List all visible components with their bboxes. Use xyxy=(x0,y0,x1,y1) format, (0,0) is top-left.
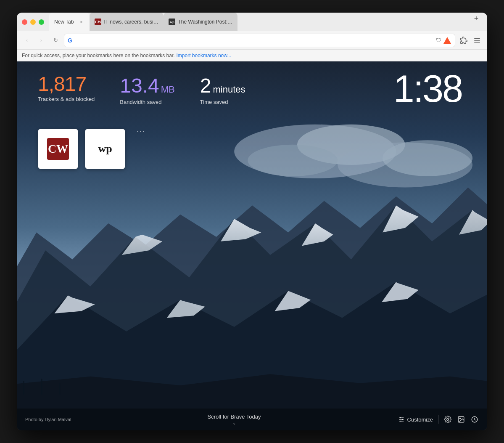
time-stat: 2 minutes Time saved xyxy=(200,74,245,105)
import-bookmarks-link[interactable]: Import bookmarks now... xyxy=(177,53,232,58)
tab-newtab[interactable]: New Tab × xyxy=(49,13,90,31)
customize-button[interactable]: Customize xyxy=(397,415,433,424)
address-bar[interactable]: G 🛡 xyxy=(64,34,455,47)
time-label: Time saved xyxy=(200,99,245,105)
shield-icon[interactable]: 🛡 xyxy=(436,37,441,43)
site-tile-wp[interactable]: wp xyxy=(85,129,125,169)
history-icon-btn[interactable] xyxy=(470,415,479,424)
traffic-lights xyxy=(22,19,44,25)
svg-point-34 xyxy=(459,418,460,419)
browser-window: New Tab × CW IT news, careers, business … xyxy=(17,13,487,430)
forward-button[interactable]: › xyxy=(35,34,47,46)
bandwidth-value-row: 13.4 MB xyxy=(120,74,174,97)
settings-icon-btn[interactable] xyxy=(443,415,452,424)
shield-area: 🛡 xyxy=(436,36,451,45)
photo-credit: Photo by Dylan Malval xyxy=(25,417,71,422)
scroll-chevron-icon: ⌄ xyxy=(232,421,236,425)
scroll-brave-today[interactable]: Scroll for Brave Today ⌄ xyxy=(208,414,261,425)
customize-label: Customize xyxy=(407,416,433,423)
svg-point-31 xyxy=(400,421,401,422)
time-value-row: 2 minutes xyxy=(200,74,245,97)
close-button[interactable] xyxy=(22,19,27,25)
trackers-label: Trackers & ads blocked xyxy=(38,96,95,102)
brave-triangle-icon xyxy=(443,37,451,44)
titlebar: New Tab × CW IT news, careers, business … xyxy=(17,13,487,31)
bottom-divider xyxy=(438,415,438,424)
tab-wp[interactable]: wp The Washington Post: Breaking New... xyxy=(164,13,237,31)
tab-spacer xyxy=(237,13,469,31)
address-input[interactable] xyxy=(77,37,433,43)
bookmarks-hint-text: For quick access, place your bookmarks h… xyxy=(22,53,175,58)
tab-newtab-label: New Tab xyxy=(54,19,74,25)
tabs-bar: New Tab × CW IT news, careers, business … xyxy=(49,13,482,31)
svg-point-32 xyxy=(447,419,449,421)
sliders-icon xyxy=(397,415,406,424)
bottom-bar: Photo by Dylan Malval Scroll for Brave T… xyxy=(17,409,487,430)
time-unit: minutes xyxy=(213,84,245,95)
bookmarks-bar: For quick access, place your bookmarks h… xyxy=(17,50,487,61)
trackers-stat: 1,817 Trackers & ads blocked xyxy=(38,74,95,102)
svg-point-6 xyxy=(248,145,338,176)
svg-rect-24 xyxy=(41,379,42,394)
clock-display: 1:38 xyxy=(393,70,462,108)
bandwidth-stat: 13.4 MB Bandwidth saved xyxy=(120,74,174,105)
svg-point-8 xyxy=(383,140,472,176)
back-button[interactable]: ‹ xyxy=(21,34,33,46)
site-tile-cw[interactable]: CW xyxy=(38,129,78,169)
new-tab-button[interactable]: + xyxy=(470,13,482,24)
brave-icon xyxy=(443,36,451,45)
top-sites: CW wp xyxy=(38,129,125,169)
browser-content: 1,817 Trackers & ads blocked 13.4 MB Ban… xyxy=(17,61,487,430)
scroll-brave-text: Scroll for Brave Today xyxy=(208,414,261,420)
top-sites-more-button[interactable]: ··· xyxy=(137,127,145,135)
tab-wp-favicon: wp xyxy=(169,19,175,25)
site-wp-favicon: wp xyxy=(94,138,116,160)
stats-overlay: 1,817 Trackers & ads blocked 13.4 MB Ban… xyxy=(38,74,245,105)
time-value: 2 xyxy=(200,74,211,97)
menu-button[interactable] xyxy=(471,34,483,46)
refresh-button[interactable]: ↻ xyxy=(50,34,61,46)
site-cw-favicon: CW xyxy=(47,138,69,160)
google-icon: G xyxy=(68,37,74,44)
bandwidth-label: Bandwidth saved xyxy=(120,99,174,105)
nav-right xyxy=(458,34,483,46)
trackers-count: 1,817 xyxy=(38,74,95,94)
tab-cw[interactable]: CW IT news, careers, business technolo..… xyxy=(90,13,164,31)
svg-point-30 xyxy=(402,419,403,420)
extensions-button[interactable] xyxy=(458,34,470,46)
tab-cw-label: IT news, careers, business technolo... xyxy=(104,19,158,25)
navbar: ‹ › ↻ G 🛡 xyxy=(17,31,487,50)
svg-rect-23 xyxy=(23,381,24,394)
backgrounds-icon-btn[interactable] xyxy=(457,415,465,424)
bottom-actions: Customize xyxy=(397,415,479,424)
tab-wp-label: The Washington Post: Breaking New... xyxy=(178,19,232,25)
maximize-button[interactable] xyxy=(39,19,44,25)
bandwidth-unit: MB xyxy=(161,84,175,95)
bandwidth-value: 13.4 xyxy=(120,74,159,97)
background-image xyxy=(17,61,487,430)
svg-point-29 xyxy=(400,417,401,419)
svg-rect-25 xyxy=(59,383,60,395)
minimize-button[interactable] xyxy=(30,19,36,25)
tab-newtab-close[interactable]: × xyxy=(78,19,84,25)
tab-cw-favicon: CW xyxy=(95,19,101,25)
